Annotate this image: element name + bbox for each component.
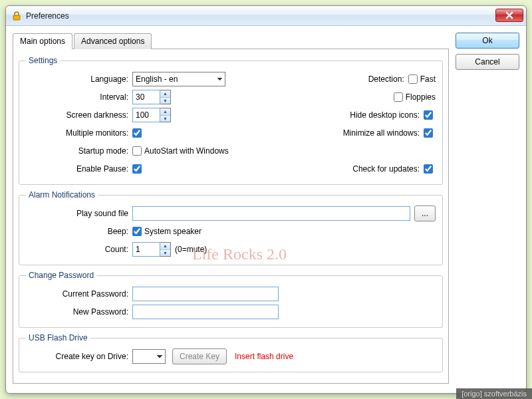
titlebar: Preferences bbox=[6, 6, 526, 26]
count-spinner[interactable]: ▲▼ bbox=[132, 242, 171, 257]
current-password-input[interactable] bbox=[132, 287, 279, 301]
startup-checkbox[interactable] bbox=[132, 146, 142, 156]
detection-label: Detection: bbox=[315, 74, 408, 84]
tab-advanced-options[interactable]: Advanced options bbox=[74, 33, 152, 49]
tabstrip: Main options Advanced options bbox=[13, 33, 449, 49]
group-alarm-legend: Alarm Notifications bbox=[26, 190, 98, 200]
detection-floppies-checkbox[interactable] bbox=[394, 92, 403, 102]
darkness-up[interactable]: ▲ bbox=[160, 108, 170, 116]
beep-checkbox[interactable] bbox=[132, 227, 142, 236]
darkness-spinner[interactable]: ▲▼ bbox=[132, 108, 171, 122]
multimon-checkbox[interactable] bbox=[132, 128, 142, 138]
interval-label: Interval: bbox=[26, 92, 132, 102]
interval-down[interactable]: ▼ bbox=[160, 98, 170, 104]
multimon-label: Multiple monitors: bbox=[26, 128, 132, 138]
minimize-checkbox[interactable] bbox=[424, 128, 433, 138]
count-input[interactable] bbox=[132, 242, 160, 257]
language-label: Language: bbox=[26, 74, 132, 84]
group-settings: Settings Language: English - en Detectio… bbox=[19, 56, 443, 185]
beep-text: System speaker bbox=[144, 227, 201, 236]
lock-icon bbox=[11, 11, 22, 21]
darkness-label: Screen darkness: bbox=[26, 110, 132, 120]
count-hint: (0=mute) bbox=[175, 245, 207, 254]
updates-label: Check for updates: bbox=[331, 164, 424, 174]
close-icon bbox=[505, 11, 513, 19]
window-title: Preferences bbox=[26, 11, 495, 21]
svg-rect-0 bbox=[13, 15, 20, 20]
group-usb: USB Flash Drive Create key on Drive: Cre… bbox=[19, 333, 443, 372]
ok-button[interactable]: Ok bbox=[456, 33, 519, 49]
close-button[interactable] bbox=[495, 9, 523, 22]
preferences-window: Preferences Main options Advanced option… bbox=[5, 5, 527, 394]
detection-floppies-text: Floppies bbox=[406, 92, 436, 102]
interval-spinner[interactable]: ▲▼ bbox=[132, 90, 171, 104]
startup-label: Startup mode: bbox=[26, 146, 132, 156]
playsound-label: Play sound file bbox=[26, 209, 132, 218]
playsound-input[interactable] bbox=[132, 206, 410, 221]
new-password-label: New Password: bbox=[26, 307, 132, 317]
tab-main-options[interactable]: Main options bbox=[13, 33, 72, 49]
startup-text: AutoStart with Windows bbox=[144, 146, 229, 156]
footer-badge: [origo] szoftverbázis bbox=[456, 388, 532, 399]
group-usb-legend: USB Flash Drive bbox=[26, 333, 90, 342]
group-password: Change Password Current Password: New Pa… bbox=[19, 271, 443, 328]
create-on-drive-label: Create key on Drive: bbox=[26, 352, 132, 361]
count-up[interactable]: ▲ bbox=[160, 243, 170, 250]
detection-fast-text: Fast bbox=[420, 74, 436, 84]
pause-checkbox[interactable] bbox=[132, 164, 142, 174]
darkness-input[interactable] bbox=[132, 108, 160, 122]
cancel-button[interactable]: Cancel bbox=[456, 54, 519, 70]
create-key-button[interactable]: Create Key bbox=[172, 348, 227, 364]
dialog-body: Main options Advanced options Settings L… bbox=[6, 26, 526, 393]
insert-drive-text: Insert flash drive bbox=[235, 352, 293, 361]
current-password-label: Current Password: bbox=[26, 289, 132, 299]
updates-checkbox[interactable] bbox=[424, 164, 433, 174]
right-column: Ok Cancel bbox=[456, 33, 519, 386]
minimize-label: Minimize all windows: bbox=[331, 128, 424, 138]
hide-icons-label: Hide desktop icons: bbox=[331, 110, 424, 120]
interval-input[interactable] bbox=[132, 90, 160, 104]
hide-icons-checkbox[interactable] bbox=[424, 110, 433, 120]
new-password-input[interactable] bbox=[132, 305, 279, 319]
tab-panel-main: Settings Language: English - en Detectio… bbox=[13, 49, 449, 384]
darkness-down[interactable]: ▼ bbox=[160, 116, 170, 122]
count-down[interactable]: ▼ bbox=[160, 250, 170, 257]
left-column: Main options Advanced options Settings L… bbox=[13, 33, 449, 386]
language-select[interactable]: English - en bbox=[132, 72, 225, 86]
interval-up[interactable]: ▲ bbox=[160, 90, 170, 98]
pause-label: Enable Pause: bbox=[26, 164, 132, 174]
browse-sound-button[interactable]: ... bbox=[414, 205, 436, 221]
detection-fast-checkbox[interactable] bbox=[408, 74, 418, 84]
beep-label: Beep: bbox=[26, 227, 132, 236]
group-password-legend: Change Password bbox=[26, 271, 96, 280]
group-alarm: Alarm Notifications Play sound file ... … bbox=[19, 190, 443, 265]
group-settings-legend: Settings bbox=[26, 56, 60, 65]
count-label: Count: bbox=[26, 245, 132, 254]
drive-select[interactable] bbox=[132, 349, 166, 364]
